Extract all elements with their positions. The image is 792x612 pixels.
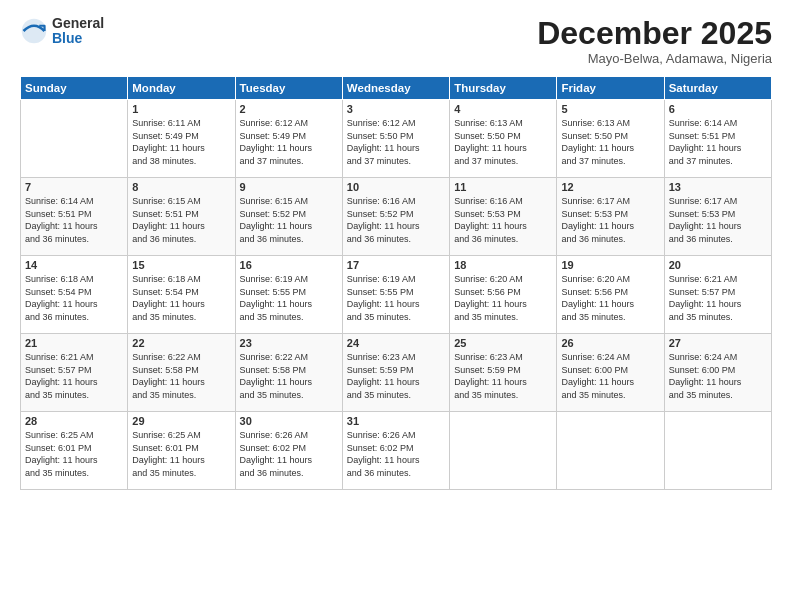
col-saturday: Saturday bbox=[664, 77, 771, 100]
day-number: 17 bbox=[347, 259, 445, 271]
col-wednesday: Wednesday bbox=[342, 77, 449, 100]
calendar-cell: 19Sunrise: 6:20 AM Sunset: 5:56 PM Dayli… bbox=[557, 256, 664, 334]
day-number: 23 bbox=[240, 337, 338, 349]
calendar-cell: 9Sunrise: 6:15 AM Sunset: 5:52 PM Daylig… bbox=[235, 178, 342, 256]
calendar-cell: 31Sunrise: 6:26 AM Sunset: 6:02 PM Dayli… bbox=[342, 412, 449, 490]
day-info: Sunrise: 6:20 AM Sunset: 5:56 PM Dayligh… bbox=[561, 273, 659, 323]
calendar-cell: 20Sunrise: 6:21 AM Sunset: 5:57 PM Dayli… bbox=[664, 256, 771, 334]
header-row: Sunday Monday Tuesday Wednesday Thursday… bbox=[21, 77, 772, 100]
calendar-cell: 16Sunrise: 6:19 AM Sunset: 5:55 PM Dayli… bbox=[235, 256, 342, 334]
day-number: 2 bbox=[240, 103, 338, 115]
day-info: Sunrise: 6:15 AM Sunset: 5:52 PM Dayligh… bbox=[240, 195, 338, 245]
day-info: Sunrise: 6:13 AM Sunset: 5:50 PM Dayligh… bbox=[454, 117, 552, 167]
day-number: 25 bbox=[454, 337, 552, 349]
col-thursday: Thursday bbox=[450, 77, 557, 100]
day-number: 10 bbox=[347, 181, 445, 193]
day-number: 20 bbox=[669, 259, 767, 271]
calendar-cell: 4Sunrise: 6:13 AM Sunset: 5:50 PM Daylig… bbox=[450, 100, 557, 178]
calendar-cell: 29Sunrise: 6:25 AM Sunset: 6:01 PM Dayli… bbox=[128, 412, 235, 490]
day-info: Sunrise: 6:22 AM Sunset: 5:58 PM Dayligh… bbox=[132, 351, 230, 401]
calendar-cell: 18Sunrise: 6:20 AM Sunset: 5:56 PM Dayli… bbox=[450, 256, 557, 334]
calendar-cell: 15Sunrise: 6:18 AM Sunset: 5:54 PM Dayli… bbox=[128, 256, 235, 334]
calendar-cell: 8Sunrise: 6:15 AM Sunset: 5:51 PM Daylig… bbox=[128, 178, 235, 256]
calendar-week-2: 7Sunrise: 6:14 AM Sunset: 5:51 PM Daylig… bbox=[21, 178, 772, 256]
calendar-cell: 26Sunrise: 6:24 AM Sunset: 6:00 PM Dayli… bbox=[557, 334, 664, 412]
day-info: Sunrise: 6:15 AM Sunset: 5:51 PM Dayligh… bbox=[132, 195, 230, 245]
calendar-cell: 14Sunrise: 6:18 AM Sunset: 5:54 PM Dayli… bbox=[21, 256, 128, 334]
calendar-cell: 7Sunrise: 6:14 AM Sunset: 5:51 PM Daylig… bbox=[21, 178, 128, 256]
calendar-cell: 13Sunrise: 6:17 AM Sunset: 5:53 PM Dayli… bbox=[664, 178, 771, 256]
calendar-cell: 5Sunrise: 6:13 AM Sunset: 5:50 PM Daylig… bbox=[557, 100, 664, 178]
day-number: 18 bbox=[454, 259, 552, 271]
day-info: Sunrise: 6:17 AM Sunset: 5:53 PM Dayligh… bbox=[669, 195, 767, 245]
day-info: Sunrise: 6:17 AM Sunset: 5:53 PM Dayligh… bbox=[561, 195, 659, 245]
calendar-week-5: 28Sunrise: 6:25 AM Sunset: 6:01 PM Dayli… bbox=[21, 412, 772, 490]
day-number: 16 bbox=[240, 259, 338, 271]
day-info: Sunrise: 6:26 AM Sunset: 6:02 PM Dayligh… bbox=[347, 429, 445, 479]
day-number: 12 bbox=[561, 181, 659, 193]
logo-icon bbox=[20, 17, 48, 45]
day-info: Sunrise: 6:13 AM Sunset: 5:50 PM Dayligh… bbox=[561, 117, 659, 167]
calendar-cell: 12Sunrise: 6:17 AM Sunset: 5:53 PM Dayli… bbox=[557, 178, 664, 256]
day-info: Sunrise: 6:19 AM Sunset: 5:55 PM Dayligh… bbox=[240, 273, 338, 323]
day-info: Sunrise: 6:16 AM Sunset: 5:52 PM Dayligh… bbox=[347, 195, 445, 245]
month-title: December 2025 bbox=[537, 16, 772, 51]
logo: General Blue bbox=[20, 16, 104, 47]
day-number: 15 bbox=[132, 259, 230, 271]
day-number: 22 bbox=[132, 337, 230, 349]
col-monday: Monday bbox=[128, 77, 235, 100]
col-friday: Friday bbox=[557, 77, 664, 100]
day-info: Sunrise: 6:23 AM Sunset: 5:59 PM Dayligh… bbox=[454, 351, 552, 401]
day-number: 11 bbox=[454, 181, 552, 193]
day-number: 1 bbox=[132, 103, 230, 115]
svg-point-0 bbox=[22, 19, 47, 44]
day-number: 29 bbox=[132, 415, 230, 427]
col-sunday: Sunday bbox=[21, 77, 128, 100]
calendar-cell: 25Sunrise: 6:23 AM Sunset: 5:59 PM Dayli… bbox=[450, 334, 557, 412]
calendar-cell: 30Sunrise: 6:26 AM Sunset: 6:02 PM Dayli… bbox=[235, 412, 342, 490]
calendar-cell: 23Sunrise: 6:22 AM Sunset: 5:58 PM Dayli… bbox=[235, 334, 342, 412]
day-number: 5 bbox=[561, 103, 659, 115]
day-info: Sunrise: 6:23 AM Sunset: 5:59 PM Dayligh… bbox=[347, 351, 445, 401]
calendar-header: Sunday Monday Tuesday Wednesday Thursday… bbox=[21, 77, 772, 100]
calendar-cell: 6Sunrise: 6:14 AM Sunset: 5:51 PM Daylig… bbox=[664, 100, 771, 178]
calendar-table: Sunday Monday Tuesday Wednesday Thursday… bbox=[20, 76, 772, 490]
calendar-cell: 28Sunrise: 6:25 AM Sunset: 6:01 PM Dayli… bbox=[21, 412, 128, 490]
day-info: Sunrise: 6:19 AM Sunset: 5:55 PM Dayligh… bbox=[347, 273, 445, 323]
calendar-cell: 21Sunrise: 6:21 AM Sunset: 5:57 PM Dayli… bbox=[21, 334, 128, 412]
calendar-cell: 11Sunrise: 6:16 AM Sunset: 5:53 PM Dayli… bbox=[450, 178, 557, 256]
day-number: 19 bbox=[561, 259, 659, 271]
header: General Blue December 2025 Mayo-Belwa, A… bbox=[20, 16, 772, 66]
calendar-cell: 1Sunrise: 6:11 AM Sunset: 5:49 PM Daylig… bbox=[128, 100, 235, 178]
calendar-cell bbox=[21, 100, 128, 178]
page: General Blue December 2025 Mayo-Belwa, A… bbox=[0, 0, 792, 612]
calendar-week-4: 21Sunrise: 6:21 AM Sunset: 5:57 PM Dayli… bbox=[21, 334, 772, 412]
day-number: 28 bbox=[25, 415, 123, 427]
calendar-week-3: 14Sunrise: 6:18 AM Sunset: 5:54 PM Dayli… bbox=[21, 256, 772, 334]
calendar-cell: 24Sunrise: 6:23 AM Sunset: 5:59 PM Dayli… bbox=[342, 334, 449, 412]
title-block: December 2025 Mayo-Belwa, Adamawa, Niger… bbox=[537, 16, 772, 66]
day-number: 14 bbox=[25, 259, 123, 271]
day-info: Sunrise: 6:26 AM Sunset: 6:02 PM Dayligh… bbox=[240, 429, 338, 479]
day-info: Sunrise: 6:21 AM Sunset: 5:57 PM Dayligh… bbox=[25, 351, 123, 401]
calendar-cell: 22Sunrise: 6:22 AM Sunset: 5:58 PM Dayli… bbox=[128, 334, 235, 412]
calendar-cell bbox=[557, 412, 664, 490]
day-number: 8 bbox=[132, 181, 230, 193]
calendar-cell: 17Sunrise: 6:19 AM Sunset: 5:55 PM Dayli… bbox=[342, 256, 449, 334]
calendar-body: 1Sunrise: 6:11 AM Sunset: 5:49 PM Daylig… bbox=[21, 100, 772, 490]
col-tuesday: Tuesday bbox=[235, 77, 342, 100]
location-subtitle: Mayo-Belwa, Adamawa, Nigeria bbox=[537, 51, 772, 66]
day-number: 24 bbox=[347, 337, 445, 349]
calendar-cell: 2Sunrise: 6:12 AM Sunset: 5:49 PM Daylig… bbox=[235, 100, 342, 178]
day-info: Sunrise: 6:12 AM Sunset: 5:50 PM Dayligh… bbox=[347, 117, 445, 167]
calendar-cell bbox=[664, 412, 771, 490]
logo-text: General Blue bbox=[52, 16, 104, 47]
day-info: Sunrise: 6:14 AM Sunset: 5:51 PM Dayligh… bbox=[25, 195, 123, 245]
day-number: 3 bbox=[347, 103, 445, 115]
day-info: Sunrise: 6:16 AM Sunset: 5:53 PM Dayligh… bbox=[454, 195, 552, 245]
calendar-cell: 10Sunrise: 6:16 AM Sunset: 5:52 PM Dayli… bbox=[342, 178, 449, 256]
day-number: 7 bbox=[25, 181, 123, 193]
calendar-cell bbox=[450, 412, 557, 490]
calendar-week-1: 1Sunrise: 6:11 AM Sunset: 5:49 PM Daylig… bbox=[21, 100, 772, 178]
day-info: Sunrise: 6:18 AM Sunset: 5:54 PM Dayligh… bbox=[25, 273, 123, 323]
